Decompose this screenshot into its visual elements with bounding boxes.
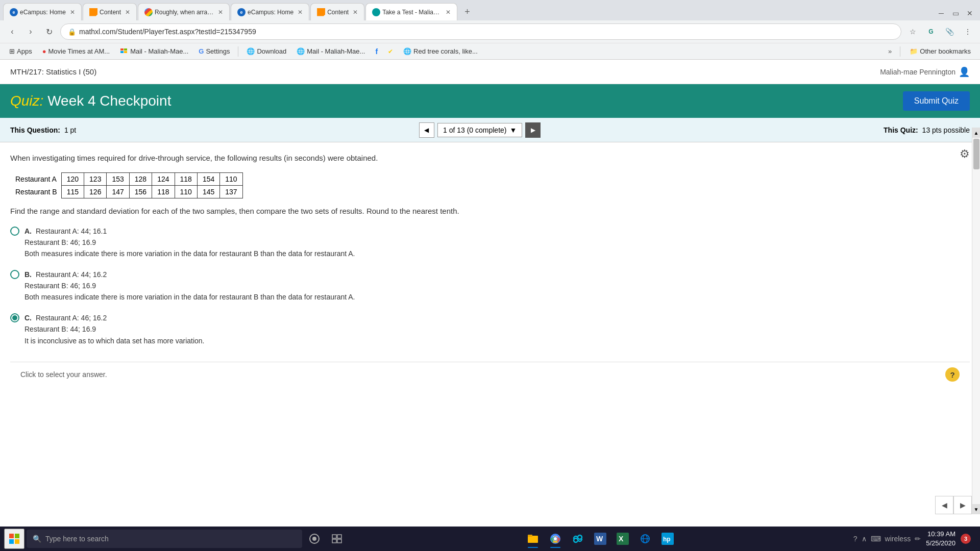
start-button[interactable] (4, 529, 24, 549)
settings-gear-icon[interactable]: ⚙ (960, 147, 970, 161)
bookmark-coral-label: Red tree corals, like... (413, 47, 478, 55)
taskbar-chrome[interactable] (545, 529, 566, 549)
keyboard-icon[interactable]: ⌨ (871, 535, 881, 543)
chevron-up-icon[interactable]: ∧ (862, 535, 867, 543)
bottom-prev-button[interactable]: ◀ (935, 496, 953, 514)
taskbar-word[interactable]: W (590, 529, 610, 549)
tab-close-3[interactable]: ✕ (218, 9, 223, 16)
user-info: Maliah-mae Pennington 👤 (880, 66, 970, 78)
settings-g-icon: G (199, 47, 204, 55)
radio-b[interactable] (10, 270, 19, 279)
radio-a[interactable] (10, 227, 19, 236)
norton-icon: ✔ (388, 48, 393, 55)
svg-rect-12 (337, 535, 341, 538)
next-question-button[interactable]: ▶ (525, 122, 541, 138)
answer-option-c[interactable]: C. Restaurant A: 46; 16.2Restaurant B: 4… (10, 312, 970, 346)
tab-close-1[interactable]: ✕ (70, 9, 75, 16)
new-tab-button[interactable]: + (458, 4, 476, 20)
taskbar-excel[interactable]: X (612, 529, 633, 549)
reload-button[interactable]: ↻ (42, 24, 56, 39)
bookmark-download[interactable]: 🌐 Download (242, 46, 290, 57)
taskbar-ie[interactable] (635, 529, 655, 549)
help-taskbar-icon[interactable]: ? (853, 535, 857, 543)
maximize-button[interactable]: ▭ (948, 6, 963, 20)
tab-close-6[interactable]: ✕ (446, 9, 451, 16)
option-text-a: A. Restaurant A: 44; 16.1Restaurant B: 4… (24, 226, 355, 260)
cortana-button[interactable] (304, 529, 325, 549)
taskbar-file-explorer[interactable] (523, 529, 543, 549)
tab-favicon-5 (317, 8, 325, 16)
data-table: Restaurant A120123153128124118154110Rest… (10, 172, 243, 198)
question-content: ⚙ When investigating times required for … (0, 142, 980, 397)
scrollbar[interactable]: ▲ ▼ (972, 128, 980, 514)
course-title: MTH/217: Statistics I (50) (10, 67, 96, 76)
tab-ecampus-2[interactable]: e eCampus: Home ✕ (231, 3, 309, 20)
scroll-up-button[interactable]: ▲ (972, 128, 980, 138)
click-hint: Click to select your answer. (20, 370, 107, 379)
bookmark-mail-ms2[interactable]: 🌐 Mail - Maliah-Mae... (292, 46, 369, 57)
bookmark-mail-ms[interactable]: Mail - Maliah-Mae... (116, 45, 192, 58)
radio-c[interactable] (10, 313, 19, 322)
tab-ecampus-1[interactable]: e eCampus: Home ✕ (3, 3, 82, 20)
tab-mathxl[interactable]: Take a Test - Maliah... ✕ (365, 3, 457, 20)
bookmarks-bar: ⊞ Apps ● Movie Times at AM... Mail - Mal… (0, 43, 980, 59)
bookmark-facebook[interactable]: f (371, 46, 382, 57)
address-text[interactable]: mathxl.com/Student/PlayerTest.aspx?testI… (79, 28, 256, 36)
svg-rect-6 (15, 534, 19, 538)
bottom-nav: ◀ ▶ (935, 496, 972, 514)
bookmarks-more-button[interactable]: » (885, 46, 895, 57)
scroll-thumb[interactable] (973, 139, 979, 169)
tab-close-4[interactable]: ✕ (298, 9, 303, 16)
instruction-text: Find the range and standard deviation fo… (10, 207, 970, 215)
pen-icon[interactable]: ✏ (915, 535, 921, 543)
answer-option-b[interactable]: B. Restaurant A: 44; 16.2Restaurant B: 4… (10, 269, 970, 303)
folder-icon: 📁 (910, 47, 918, 55)
bookmark-star-button[interactable]: ☆ (905, 24, 920, 39)
forward-button[interactable]: › (23, 24, 38, 39)
taskbar-search[interactable]: 🔍 Type here to search (27, 530, 302, 548)
other-bookmarks[interactable]: 📁 Other bookmarks (905, 46, 975, 57)
bookmark-settings[interactable]: G Settings (194, 46, 234, 57)
tab-close-2[interactable]: ✕ (125, 9, 130, 16)
answer-option-a[interactable]: A. Restaurant A: 44; 16.1Restaurant B: 4… (10, 226, 970, 260)
tab-bar: e eCampus: Home ✕ Content ✕ Roughly, whe… (0, 0, 980, 20)
mail-ms2-icon: 🌐 (297, 47, 305, 55)
tab-favicon-1: e (10, 8, 18, 16)
tab-favicon-4: e (237, 8, 246, 16)
scroll-down-button[interactable]: ▼ (972, 504, 980, 514)
taskbar-system-icons: ? ∧ ⌨ wireless ✏ (853, 535, 921, 543)
address-bar[interactable]: 🔒 mathxl.com/Student/PlayerTest.aspx?tes… (60, 23, 901, 40)
notification-badge[interactable]: 3 (961, 534, 971, 544)
taskbar-hp[interactable]: hp (657, 529, 678, 549)
taskbar-infinity[interactable] (568, 529, 588, 549)
download-icon: 🌐 (247, 47, 255, 55)
help-button[interactable]: ? (945, 367, 960, 382)
menu-button[interactable]: ⋮ (961, 24, 975, 39)
grammarly-button[interactable]: G (924, 24, 938, 39)
question-points: This Question: 1 pt (10, 126, 76, 134)
browser-controls: ‹ › ↻ 🔒 mathxl.com/Student/PlayerTest.as… (0, 20, 980, 43)
bookmark-download-label: Download (257, 47, 286, 55)
question-text: When investigating times required for dr… (10, 153, 970, 164)
wifi-icon[interactable]: wireless (885, 535, 911, 543)
tab-google[interactable]: Roughly, when arran... ✕ (138, 3, 230, 20)
submit-quiz-button[interactable]: Submit Quiz (903, 91, 970, 111)
task-view-button[interactable] (327, 529, 347, 549)
svg-point-20 (554, 537, 557, 540)
question-dropdown[interactable]: 1 of 13 (0 complete) ▼ (437, 123, 522, 137)
close-button[interactable]: ✕ (963, 6, 977, 20)
bookmark-movie[interactable]: ● Movie Times at AM... (38, 46, 114, 57)
back-button[interactable]: ‹ (5, 24, 19, 39)
prev-question-button[interactable]: ◀ (419, 122, 434, 138)
tab-close-5[interactable]: ✕ (353, 9, 358, 16)
tab-content-2[interactable]: Content ✕ (310, 3, 364, 20)
answer-footer: Click to select your answer. ? (10, 362, 970, 387)
taskbar-apps: W X hp (349, 529, 851, 549)
bookmark-coral[interactable]: 🌐 Red tree corals, like... (399, 46, 482, 57)
minimize-button[interactable]: ─ (934, 6, 948, 20)
extension-button[interactable]: 📎 (942, 24, 957, 39)
bottom-next-button[interactable]: ▶ (953, 496, 972, 514)
bookmark-apps[interactable]: ⊞ Apps (5, 46, 36, 57)
tab-content-1[interactable]: Content ✕ (83, 3, 137, 20)
bookmark-norton[interactable]: ✔ (384, 46, 397, 57)
